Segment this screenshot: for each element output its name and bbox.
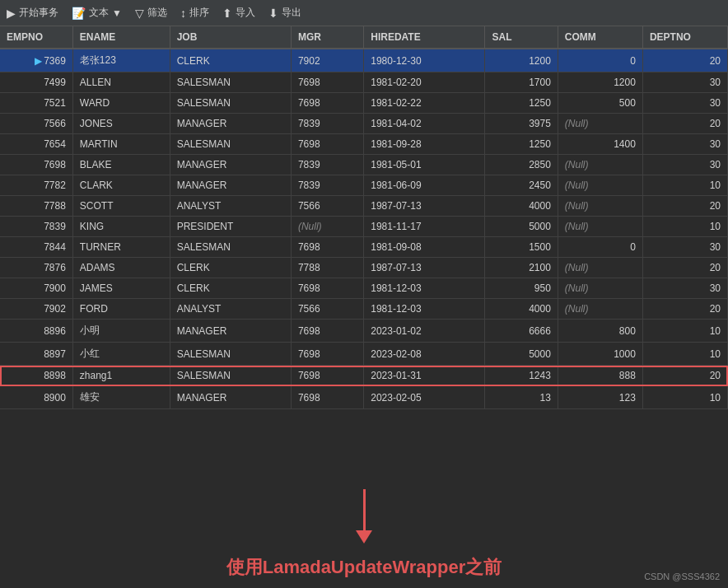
sort-button[interactable]: ↕ 排序 <box>180 6 209 20</box>
col-job[interactable]: JOB <box>170 26 291 49</box>
table-cell: 7698 <box>291 278 363 299</box>
table-row[interactable]: 7788SCOTTANALYST75661987-07-134000(Null)… <box>0 196 728 217</box>
table-row[interactable]: 7839KINGPRESIDENT(Null)1981-11-175000(Nu… <box>0 217 728 237</box>
table-cell: (Null) <box>558 278 642 299</box>
table-cell: 7698 <box>291 93 363 114</box>
table-cell: 123 <box>558 386 642 409</box>
col-empno[interactable]: EMPNO <box>0 26 72 49</box>
table-cell: 小明 <box>72 320 170 343</box>
table-cell: 7698 <box>291 237 363 258</box>
table-cell: 4000 <box>485 299 558 320</box>
table-cell: 1250 <box>485 93 558 114</box>
table-cell: 0 <box>558 237 642 258</box>
table-cell: 7839 <box>0 217 72 237</box>
table-cell: PRESIDENT <box>170 217 291 237</box>
table-cell: 2023-02-08 <box>364 343 485 366</box>
table-cell: 10 <box>642 320 727 343</box>
table-cell: 10 <box>642 217 727 237</box>
table-cell: 2450 <box>485 175 558 196</box>
export-button[interactable]: ⬇ 导出 <box>268 6 301 20</box>
col-comm[interactable]: COMM <box>558 26 642 49</box>
table-cell: ANALYST <box>170 196 291 217</box>
table-row[interactable]: 8896小明MANAGER76982023-01-02666680010 <box>0 320 728 343</box>
text-icon: 📝 <box>72 7 86 20</box>
table-cell: 1981-05-01 <box>364 155 485 175</box>
table-cell: (Null) <box>558 196 642 217</box>
table-cell: ANALYST <box>170 299 291 320</box>
table-cell: 5000 <box>485 343 558 366</box>
table-cell: (Null) <box>291 217 363 237</box>
table-cell: 20 <box>642 258 727 278</box>
col-sal[interactable]: SAL <box>485 26 558 49</box>
table-row[interactable]: 7654MARTINSALESMAN76981981-09-2812501400… <box>0 134 728 155</box>
data-table: EMPNO ENAME JOB MGR HIREDATE SAL COMM DE… <box>0 26 728 409</box>
table-cell: 7902 <box>0 299 72 320</box>
table-cell: 1981-02-22 <box>364 93 485 114</box>
table-cell: ALLEN <box>72 72 170 93</box>
table-cell: 7698 <box>291 72 363 93</box>
import-button[interactable]: ⬆ 导入 <box>222 6 255 20</box>
table-cell: 2100 <box>485 258 558 278</box>
table-cell: 1250 <box>485 134 558 155</box>
table-cell: SCOTT <box>72 196 170 217</box>
table-row[interactable]: ▶7369老张123CLERK79021980-12-301200020 <box>0 49 728 72</box>
table-cell: 20 <box>642 114 727 134</box>
table-row[interactable]: 8900雄安MANAGER76982023-02-051312310 <box>0 386 728 409</box>
table-cell: 10 <box>642 386 727 409</box>
table-cell: 7499 <box>0 72 72 93</box>
arrow-annotation <box>356 489 372 544</box>
table-cell: 7900 <box>0 278 72 299</box>
table-cell: 7788 <box>291 258 363 278</box>
table-cell: 2023-01-02 <box>364 320 485 343</box>
table-cell: 2023-02-05 <box>364 386 485 409</box>
start-icon: ▶ <box>7 7 16 20</box>
table-row[interactable]: 7902FORDANALYST75661981-12-034000(Null)2… <box>0 299 728 320</box>
table-cell: 7698 <box>0 155 72 175</box>
table-cell: SALESMAN <box>170 366 291 386</box>
table-cell: 20 <box>642 196 727 217</box>
table-cell: ▶7369 <box>0 49 72 72</box>
table-cell: 7839 <box>291 155 363 175</box>
col-deptno[interactable]: DEPTNO <box>642 26 727 49</box>
col-ename[interactable]: ENAME <box>72 26 170 49</box>
table-row[interactable]: 7698BLAKEMANAGER78391981-05-012850(Null)… <box>0 155 728 175</box>
col-mgr[interactable]: MGR <box>291 26 363 49</box>
table-cell: 2023-01-31 <box>364 366 485 386</box>
table-cell: 1400 <box>558 134 642 155</box>
export-icon: ⬇ <box>268 7 278 20</box>
table-row[interactable]: 7566JONESMANAGER78391981-04-023975(Null)… <box>0 114 728 134</box>
table-row[interactable]: 7782CLARKMANAGER78391981-06-092450(Null)… <box>0 175 728 196</box>
table-cell: 8898 <box>0 366 72 386</box>
table-cell: 1981-11-17 <box>364 217 485 237</box>
table-cell: 1500 <box>485 237 558 258</box>
table-cell: 950 <box>485 278 558 299</box>
col-hiredate[interactable]: HIREDATE <box>364 26 485 49</box>
text-button[interactable]: 📝 文本 ▼ <box>72 6 122 20</box>
export-label: 导出 <box>282 6 301 20</box>
table-row[interactable]: 7844TURNERSALESMAN76981981-09-081500030 <box>0 237 728 258</box>
table-cell: JAMES <box>72 278 170 299</box>
start-transaction-button[interactable]: ▶ 开始事务 <box>7 6 58 20</box>
table-row[interactable]: 7499ALLENSALESMAN76981981-02-20170012003… <box>0 72 728 93</box>
table-cell: 7839 <box>291 175 363 196</box>
table-header-row: EMPNO ENAME JOB MGR HIREDATE SAL COMM DE… <box>0 26 728 49</box>
table-row[interactable]: 8898zhang1SALESMAN76982023-01-3112438882… <box>0 366 728 386</box>
start-transaction-label: 开始事务 <box>19 6 58 20</box>
table-cell: 7844 <box>0 237 72 258</box>
filter-button[interactable]: ▽ 筛选 <box>135 6 167 20</box>
table-cell: CLERK <box>170 278 291 299</box>
table-row[interactable]: 7521WARDSALESMAN76981981-02-22125050030 <box>0 93 728 114</box>
table-cell: JONES <box>72 114 170 134</box>
text-label: 文本 <box>89 6 109 20</box>
table-cell: 1981-09-28 <box>364 134 485 155</box>
table-cell: (Null) <box>558 217 642 237</box>
table-row[interactable]: 7900JAMESCLERK76981981-12-03950(Null)30 <box>0 278 728 299</box>
toolbar: ▶ 开始事务 📝 文本 ▼ ▽ 筛选 ↕ 排序 ⬆ 导入 ⬇ 导出 <box>0 0 728 26</box>
table-row[interactable]: 8897小红SALESMAN76982023-02-085000100010 <box>0 343 728 366</box>
table-cell: SALESMAN <box>170 237 291 258</box>
table-cell: 7876 <box>0 258 72 278</box>
table-cell: 1980-12-30 <box>364 49 485 72</box>
sort-label: 排序 <box>189 6 209 20</box>
table-cell: 0 <box>558 49 642 72</box>
table-row[interactable]: 7876ADAMSCLERK77881987-07-132100(Null)20 <box>0 258 728 278</box>
